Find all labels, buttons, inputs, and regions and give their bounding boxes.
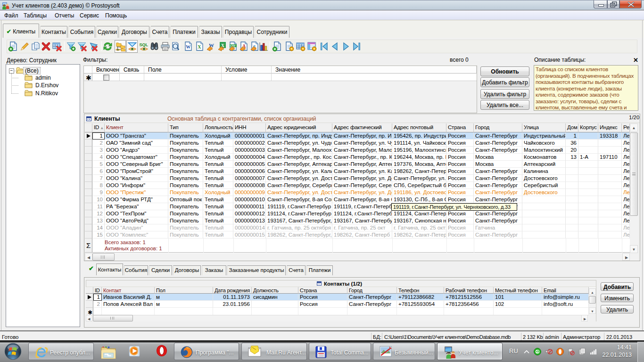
svg-text:X: X — [198, 44, 201, 49]
svg-text:CSV: CSV — [230, 44, 235, 47]
svg-text:SQL: SQL — [140, 42, 149, 47]
svg-text:W: W — [186, 44, 190, 49]
